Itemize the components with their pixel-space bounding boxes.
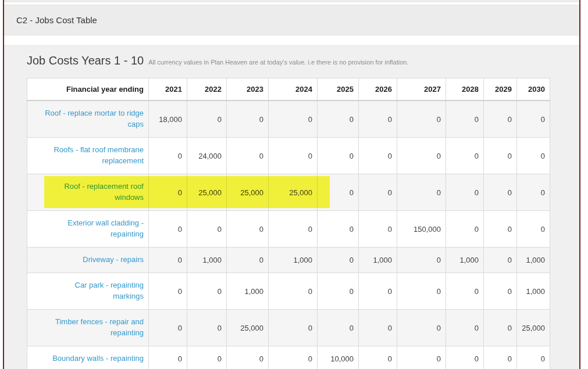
page-subtitle: All currency values in Plan Heaven are a… <box>148 59 408 66</box>
cost-value-cell: 0 <box>359 346 397 369</box>
job-link[interactable]: Timber fences - repair and repainting <box>55 317 144 337</box>
cost-value-cell: 0 <box>359 211 397 248</box>
cost-value-cell: 150,000 <box>397 211 446 248</box>
cost-value-cell: 0 <box>446 211 484 248</box>
cost-value-cell: 0 <box>397 101 446 138</box>
cost-value-cell: 0 <box>446 346 484 369</box>
cost-value-cell: 1,000 <box>269 248 318 273</box>
job-link[interactable]: Driveway - repairs <box>83 255 144 264</box>
section-header-bar[interactable]: C2 - Jobs Cost Table <box>4 5 579 35</box>
job-link[interactable]: Roof - replacement roof windows <box>64 182 144 202</box>
cost-value-cell: 0 <box>359 174 397 211</box>
job-label-cell: Driveway - repairs <box>27 248 149 273</box>
cost-value-cell: 0 <box>318 273 359 310</box>
job-link[interactable]: Roofs - flat roof membrane replacement <box>54 145 144 165</box>
cost-value-cell: 0 <box>484 273 517 310</box>
cost-value-cell: 0 <box>397 310 446 346</box>
cost-value-cell: 0 <box>149 248 187 273</box>
job-row: Roofs - flat roof membrane replacement02… <box>27 138 550 174</box>
cost-value-cell: 0 <box>269 101 318 138</box>
cost-value-cell: 0 <box>318 310 359 346</box>
cost-value-cell: 0 <box>397 174 446 211</box>
cost-value-cell: 0 <box>484 346 517 369</box>
job-label-cell: Timber fences - repair and repainting <box>27 310 149 346</box>
cost-value-cell: 18,000 <box>149 101 187 138</box>
cost-value-cell: 0 <box>227 101 269 138</box>
cost-value-cell: 1,000 <box>359 248 397 273</box>
job-label-cell: Car park - repainting markings <box>27 273 149 310</box>
job-link[interactable]: Car park - repainting markings <box>75 281 144 300</box>
column-header-year: 2021 <box>149 78 187 101</box>
cost-value-cell: 10,000 <box>318 346 359 369</box>
cost-value-cell: 0 <box>484 248 517 273</box>
job-link[interactable]: Exterior wall cladding - repainting <box>67 218 144 238</box>
cost-value-cell: 0 <box>187 101 227 138</box>
job-row: Car park - repainting markings001,000000… <box>27 273 550 310</box>
cost-value-cell: 0 <box>484 310 517 346</box>
cost-value-cell: 25,000 <box>269 174 318 211</box>
job-row: Driveway - repairs01,00001,00001,00001,0… <box>27 248 550 273</box>
cost-value-cell: 25,000 <box>227 310 269 346</box>
cost-value-cell: 24,000 <box>187 138 227 174</box>
cost-value-cell: 25,000 <box>517 310 550 346</box>
cost-value-cell: 0 <box>484 138 517 174</box>
cost-value-cell: 1,000 <box>227 273 269 310</box>
column-header-year: 2025 <box>318 78 359 101</box>
cost-value-cell: 1,000 <box>517 248 550 273</box>
cost-value-cell: 0 <box>318 174 359 211</box>
cost-value-cell: 25,000 <box>187 174 227 211</box>
cost-value-cell: 0 <box>269 310 318 346</box>
job-row: Timber fences - repair and repainting002… <box>27 310 550 346</box>
job-label-cell: Roof - replace mortar to ridge caps <box>27 101 149 138</box>
cost-value-cell: 0 <box>227 248 269 273</box>
table-header-row: Financial year ending 202120222023202420… <box>27 78 550 101</box>
cost-value-cell: 0 <box>359 310 397 346</box>
cost-value-cell: 0 <box>187 273 227 310</box>
cost-value-cell: 0 <box>359 273 397 310</box>
job-row: Roof - replacement roof windows025,00025… <box>27 174 550 211</box>
cost-value-cell: 0 <box>446 174 484 211</box>
cost-value-cell: 0 <box>227 138 269 174</box>
cost-value-cell: 0 <box>149 174 187 211</box>
cost-value-cell: 1,000 <box>517 273 550 310</box>
cost-value-cell: 0 <box>149 211 187 248</box>
cost-value-cell: 0 <box>397 346 446 369</box>
cost-value-cell: 0 <box>318 211 359 248</box>
cost-value-cell: 0 <box>187 310 227 346</box>
cost-value-cell: 0 <box>227 346 269 369</box>
cost-value-cell: 0 <box>318 138 359 174</box>
job-costs-panel: Job Costs Years 1 - 10 All currency valu… <box>4 45 579 369</box>
job-link[interactable]: Boundary walls - repainting <box>52 354 144 363</box>
cost-value-cell: 0 <box>517 101 550 138</box>
job-row: Boundary walls - repainting000010,000000… <box>27 346 550 369</box>
job-link[interactable]: Roof - replace mortar to ridge caps <box>45 109 144 128</box>
cost-value-cell: 0 <box>517 346 550 369</box>
job-label-cell: Roofs - flat roof membrane replacement <box>27 138 149 174</box>
cost-value-cell: 0 <box>269 346 318 369</box>
cost-value-cell: 0 <box>484 174 517 211</box>
cost-value-cell: 0 <box>149 310 187 346</box>
cost-value-cell: 0 <box>149 138 187 174</box>
page-title: Job Costs Years 1 - 10 <box>27 54 144 67</box>
column-header-year: 2022 <box>187 78 227 101</box>
cost-value-cell: 0 <box>187 211 227 248</box>
cost-value-cell: 0 <box>227 211 269 248</box>
job-costs-table: Financial year ending 202120222023202420… <box>27 78 550 369</box>
cost-value-cell: 0 <box>318 101 359 138</box>
right-accent-border <box>579 0 580 369</box>
cost-value-cell: 0 <box>484 101 517 138</box>
cost-value-cell: 0 <box>269 273 318 310</box>
cost-value-cell: 0 <box>484 211 517 248</box>
cost-value-cell: 1,000 <box>446 248 484 273</box>
cost-value-cell: 0 <box>149 273 187 310</box>
cost-value-cell: 1,000 <box>187 248 227 273</box>
cost-value-cell: 0 <box>446 138 484 174</box>
job-row: Roof - replace mortar to ridge caps18,00… <box>27 101 550 138</box>
job-label-cell: Boundary walls - repainting <box>27 346 149 369</box>
cost-value-cell: 0 <box>517 174 550 211</box>
cost-value-cell: 0 <box>149 346 187 369</box>
cost-value-cell: 0 <box>397 138 446 174</box>
cost-value-cell: 0 <box>359 138 397 174</box>
cost-value-cell: 0 <box>517 211 550 248</box>
section-header-title: C2 - Jobs Cost Table <box>16 15 97 25</box>
